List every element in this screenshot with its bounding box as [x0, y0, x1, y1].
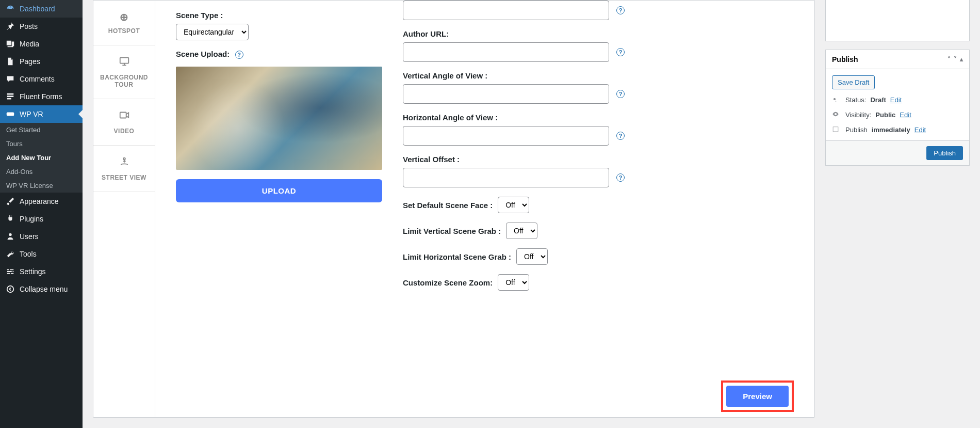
metabox-actions: ˄ ˅ ▴: [948, 56, 963, 63]
main-content: ⊕ HOTSPOT BACKGROUND TOUR VIDEO STREET: [83, 0, 980, 428]
scene-type-label: Scene Type :: [176, 11, 223, 20]
status-edit-link[interactable]: Edit: [890, 96, 902, 104]
user-icon: [5, 232, 15, 241]
wrench-icon: [5, 249, 15, 259]
media-icon: [5, 39, 15, 49]
info-icon[interactable]: ?: [616, 48, 625, 56]
publish-footer: Publish: [826, 140, 969, 165]
submenu-tours[interactable]: Tours: [0, 137, 83, 151]
upload-button[interactable]: UPLOAD: [176, 179, 382, 202]
preview-button[interactable]: Preview: [726, 386, 789, 407]
menu-collapse[interactable]: Collapse menu: [0, 280, 83, 298]
menu-plugins[interactable]: Plugins: [0, 210, 83, 228]
scene-preview-image: [176, 67, 382, 170]
submenu-wp-vr: Get Started Tours Add New Tour Add-Ons W…: [0, 123, 83, 193]
visibility-row: Visibility: Public Edit: [832, 110, 963, 119]
menu-posts[interactable]: Posts: [0, 18, 83, 35]
menu-label: Appearance: [20, 197, 59, 205]
vertical-tabs: ⊕ HOTSPOT BACKGROUND TOUR VIDEO STREET: [93, 1, 155, 417]
menu-comments[interactable]: Comments: [0, 70, 83, 88]
info-icon[interactable]: ?: [616, 132, 625, 140]
info-icon[interactable]: ?: [235, 51, 243, 59]
info-icon[interactable]: ?: [616, 173, 625, 182]
svg-point-2: [7, 286, 14, 293]
scene-upload-group: Scene Upload: ?: [176, 50, 382, 170]
comment-icon: [5, 74, 15, 84]
menu-wp-vr[interactable]: WP VR: [0, 105, 83, 123]
schedule-value: immediately: [872, 126, 910, 134]
haov-input[interactable]: [403, 126, 609, 146]
caret-up-icon[interactable]: ▴: [960, 56, 963, 63]
menu-label: Plugins: [20, 215, 43, 223]
schedule-edit-link[interactable]: Edit: [914, 126, 926, 134]
menu-label: Posts: [20, 22, 38, 30]
svg-rect-3: [120, 58, 128, 64]
author-url-label: Author URL:: [403, 29, 449, 38]
customize-zoom-select[interactable]: Off: [498, 274, 529, 291]
menu-label: Dashboard: [20, 5, 55, 13]
menu-users[interactable]: Users: [0, 228, 83, 245]
scene-upload-label: Scene Upload:: [176, 50, 230, 58]
default-face-label: Set Default Scene Face :: [403, 201, 493, 210]
publish-body: Save Draft Status: Draft Edit Visibility…: [826, 69, 969, 140]
top-input[interactable]: [403, 1, 609, 20]
submenu-license[interactable]: WP VR License: [0, 179, 83, 193]
svg-rect-0: [7, 112, 14, 116]
tab-background-tour[interactable]: BACKGROUND TOUR: [93, 45, 155, 99]
video-icon: [119, 109, 130, 123]
tab-street-view[interactable]: STREET VIEW: [93, 146, 155, 192]
calendar-icon: [832, 125, 841, 134]
menu-label: Collapse menu: [20, 285, 68, 293]
preview-highlight: Preview: [721, 381, 794, 412]
submenu-addons[interactable]: Add-Ons: [0, 165, 83, 179]
chevron-down-icon[interactable]: ˅: [954, 56, 957, 63]
key-icon: [832, 96, 841, 104]
vaov-label: Vertical Angle of View :: [403, 71, 487, 80]
schedule-row: Publish immediately Edit: [832, 125, 963, 134]
status-label: Status:: [845, 96, 866, 104]
limit-horizontal-select[interactable]: Off: [516, 248, 548, 265]
author-url-input[interactable]: [403, 42, 609, 62]
content-panel: ⊕ HOTSPOT BACKGROUND TOUR VIDEO STREET: [93, 0, 815, 418]
menu-tools[interactable]: Tools: [0, 245, 83, 263]
pin-icon: [5, 22, 15, 31]
publish-metabox: Publish ˄ ˅ ▴ Save Draft Status: Draft E…: [825, 50, 970, 166]
vr-icon: [5, 109, 15, 119]
save-draft-button[interactable]: Save Draft: [832, 75, 875, 89]
visibility-value: Public: [875, 111, 895, 119]
plug-icon: [5, 214, 15, 224]
haov-label: Horizontal Angle of View :: [403, 113, 498, 122]
menu-dashboard[interactable]: Dashboard: [0, 0, 83, 18]
menu-label: Comments: [20, 75, 55, 83]
submenu-get-started[interactable]: Get Started: [0, 123, 83, 137]
right-sidebar: Publish ˄ ˅ ▴ Save Draft Status: Draft E…: [825, 0, 970, 418]
info-icon[interactable]: ?: [616, 90, 625, 98]
status-value: Draft: [870, 96, 886, 104]
menu-media[interactable]: Media: [0, 35, 83, 53]
visibility-label: Visibility:: [845, 111, 871, 119]
menu-settings[interactable]: Settings: [0, 263, 83, 280]
publish-button[interactable]: Publish: [926, 146, 963, 160]
limit-vertical-select[interactable]: Off: [506, 223, 537, 239]
scene-type-select[interactable]: Equirectangular: [176, 24, 249, 40]
vaov-input[interactable]: [403, 84, 609, 104]
voffset-input[interactable]: [403, 168, 609, 187]
svg-rect-4: [120, 113, 126, 118]
tab-video[interactable]: VIDEO: [93, 99, 155, 146]
admin-sidebar: Dashboard Posts Media Pages Comments Flu…: [0, 0, 83, 428]
menu-appearance[interactable]: Appearance: [0, 193, 83, 210]
tab-label: HOTSPOT: [108, 27, 140, 35]
tab-hotspot[interactable]: ⊕ HOTSPOT: [93, 1, 155, 45]
default-face-select[interactable]: Off: [498, 197, 529, 213]
visibility-edit-link[interactable]: Edit: [900, 111, 911, 119]
monitor-icon: [119, 56, 130, 70]
customize-zoom-label: Customize Scene Zoom:: [403, 278, 493, 287]
menu-pages[interactable]: Pages: [0, 53, 83, 70]
tab-label: STREET VIEW: [102, 174, 146, 181]
info-icon[interactable]: ?: [616, 6, 625, 14]
brush-icon: [5, 197, 15, 206]
menu-fluent-forms[interactable]: Fluent Forms: [0, 88, 83, 105]
submenu-add-new-tour[interactable]: Add New Tour: [0, 151, 83, 165]
chevron-up-icon[interactable]: ˄: [948, 56, 951, 63]
menu-label: Pages: [20, 57, 40, 66]
